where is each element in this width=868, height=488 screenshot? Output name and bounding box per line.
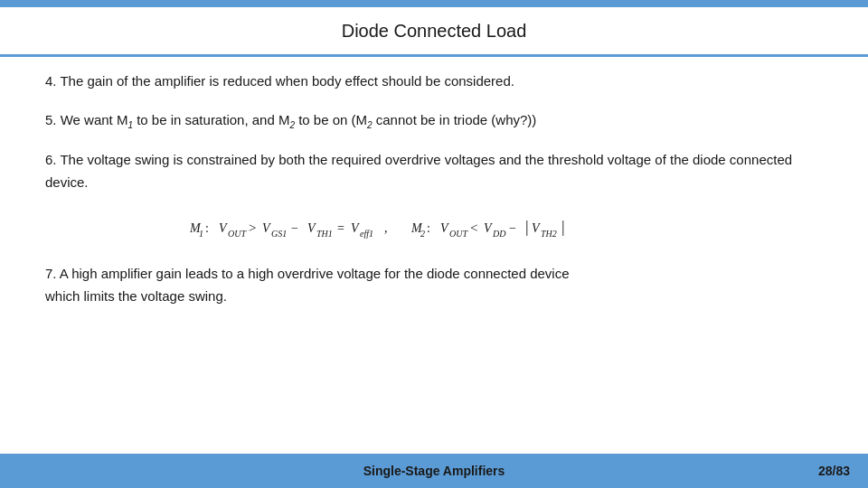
footer-label: Single-Stage Amplifiers — [72, 464, 796, 478]
top-accent-bar — [0, 0, 868, 7]
svg-text::: : — [427, 221, 430, 235]
svg-text:1: 1 — [199, 229, 203, 239]
svg-text:V: V — [532, 221, 541, 235]
footer: Single-Stage Amplifiers 28/83 — [0, 454, 868, 488]
page-title: Diode Connected Load — [342, 21, 527, 42]
svg-text:V: V — [484, 221, 493, 235]
svg-text:V: V — [351, 221, 360, 235]
title-separator — [0, 54, 868, 57]
svg-text:<: < — [470, 221, 477, 235]
title-area: Diode Connected Load — [0, 7, 868, 54]
main-content: 4. The gain of the amplifier is reduced … — [45, 61, 823, 443]
point-5-text: 5. We want M1 to be in saturation, and M… — [45, 109, 823, 134]
svg-text:−: − — [291, 221, 298, 235]
svg-text:2: 2 — [420, 229, 425, 239]
svg-text:OUT: OUT — [228, 229, 247, 239]
point-7-line2: which limits the voltage swing. — [45, 286, 823, 308]
svg-text:=: = — [337, 221, 344, 235]
svg-text:−: − — [509, 221, 516, 235]
svg-text:TH1: TH1 — [316, 229, 333, 239]
svg-text:V: V — [219, 221, 228, 235]
svg-text:|: | — [525, 218, 529, 236]
svg-text:GS1: GS1 — [271, 229, 287, 239]
svg-text:,: , — [384, 221, 388, 235]
point-6-text: 6. The voltage swing is constrained by b… — [45, 149, 823, 194]
svg-text:OUT: OUT — [449, 229, 468, 239]
svg-text:eff1: eff1 — [360, 229, 373, 239]
formula-area: M 1 : V OUT > V GS1 − V TH1 = V eff1 , M… — [45, 211, 823, 247]
svg-text:|: | — [561, 218, 565, 236]
point-6: 6. The voltage swing is constrained by b… — [45, 149, 823, 194]
point-7-line1: 7. A high amplifier gain leads to a high… — [45, 263, 823, 286]
footer-page: 28/83 — [796, 464, 850, 478]
svg-text:V: V — [440, 221, 449, 235]
formula-svg: M 1 : V OUT > V GS1 − V TH1 = V eff1 , M… — [181, 211, 687, 247]
svg-text:DD: DD — [492, 229, 506, 239]
svg-text:V: V — [262, 221, 271, 235]
svg-text:TH2: TH2 — [541, 229, 557, 239]
point-4: 4. The gain of the amplifier is reduced … — [45, 70, 823, 93]
svg-text:V: V — [307, 221, 316, 235]
point-4-text: 4. The gain of the amplifier is reduced … — [45, 70, 823, 93]
svg-text:>: > — [249, 221, 256, 235]
svg-text::: : — [205, 221, 209, 235]
point-5: 5. We want M1 to be in saturation, and M… — [45, 109, 823, 134]
point-7: 7. A high amplifier gain leads to a high… — [45, 263, 823, 308]
